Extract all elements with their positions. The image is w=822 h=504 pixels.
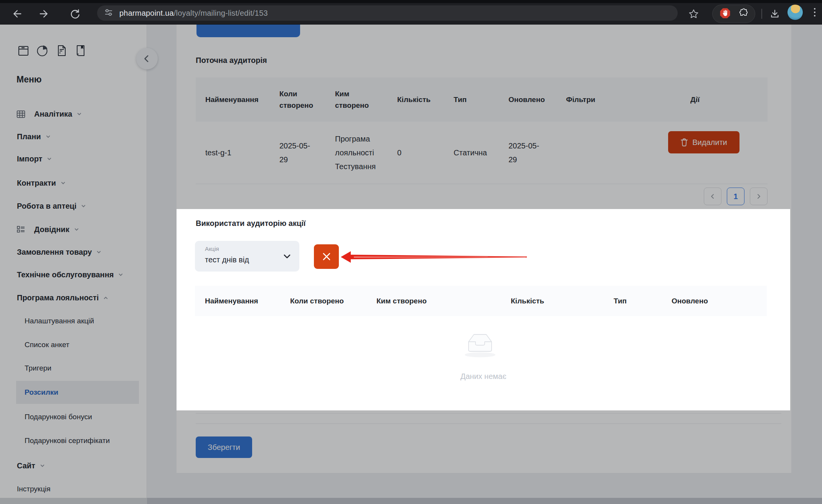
- chevron-right-icon: [755, 193, 762, 200]
- column-header: Коли створено: [280, 297, 366, 305]
- tutorial-arrow: [338, 247, 533, 267]
- scrollbar-track-left: [0, 498, 147, 504]
- pie-chart-icon[interactable]: [36, 44, 49, 59]
- column-header: Оновлено: [499, 94, 556, 105]
- promo-select-value: тест днів від: [205, 255, 249, 264]
- document-icon[interactable]: [56, 44, 68, 59]
- page-number: 1: [733, 192, 738, 201]
- list-icon: [17, 225, 25, 234]
- sidebar-item-label: Плани: [17, 132, 41, 141]
- sidebar-item-instruction[interactable]: Інструкція: [17, 481, 51, 497]
- section-divider: [196, 413, 781, 413]
- next-page-button[interactable]: [750, 188, 768, 205]
- url-bar[interactable]: pharmapoint.ua/loyalty/mailing-list/edit…: [97, 5, 678, 21]
- screen: pharmapoint.ua/loyalty/mailing-list/edit…: [0, 0, 822, 504]
- chevron-down-icon: [118, 272, 124, 278]
- back-icon[interactable]: [10, 7, 23, 20]
- reload-icon[interactable]: [68, 7, 81, 20]
- section-divider: [196, 423, 781, 424]
- column-header: Ким створено: [325, 88, 388, 111]
- avatar[interactable]: [787, 4, 803, 20]
- table-row: test-g-1 2025-05-29 Програма лояльності …: [196, 122, 768, 184]
- sidebar-item-label: Список анкет: [25, 341, 69, 349]
- sidebar-item-gift-bonuses[interactable]: Подарункові бонуси: [25, 409, 92, 425]
- horizontal-scrollbar[interactable]: [0, 498, 822, 504]
- sidebar-collapse-button[interactable]: [136, 48, 158, 69]
- forward-icon[interactable]: [38, 7, 51, 20]
- sidebar-item-site[interactable]: Сайт: [17, 458, 45, 473]
- sidebar-item-label: Імпорт: [17, 155, 42, 163]
- site-info-icon[interactable]: [103, 7, 114, 19]
- sidebar-item-promo-settings[interactable]: Налаштування акцій: [25, 313, 94, 329]
- sidebar-item-plans[interactable]: Плани: [17, 129, 51, 144]
- sidebar-item-maintenance[interactable]: Технічне обслуговування: [17, 267, 124, 282]
- top-partial-button[interactable]: [196, 25, 300, 37]
- sidebar-item-loyalty-program[interactable]: Програма лояльності: [17, 290, 109, 305]
- toolbar-divider: [761, 9, 762, 19]
- sidebar-item-questionnaire-list[interactable]: Список анкет: [25, 337, 69, 352]
- sidebar-item-gift-certificates[interactable]: Подарункові сертифікати: [25, 433, 110, 448]
- sidebar-item-product-orders[interactable]: Замовлення товару: [17, 244, 102, 260]
- sidebar-item-label: Подарункові сертифікати: [25, 436, 110, 445]
- cell-count: 0: [388, 146, 444, 160]
- sidebar-item-directory[interactable]: Довідник: [17, 222, 79, 237]
- window-top-strip: [0, 0, 822, 3]
- sidebar-item-contracts[interactable]: Контракти: [17, 175, 66, 191]
- browser-toolbar: pharmapoint.ua/loyalty/mailing-list/edit…: [0, 0, 822, 25]
- url-path: /loyalty/mailing-list/edit/153: [174, 9, 268, 17]
- chevron-down-icon: [81, 203, 86, 209]
- cell-type: Статична: [444, 146, 499, 160]
- empty-state-text: Даних немає: [177, 372, 790, 381]
- extensions-puzzle-icon[interactable]: [738, 8, 748, 20]
- menu-title: Меню: [17, 74, 42, 85]
- url-domain: pharmapoint.ua: [119, 9, 174, 17]
- column-header: Дії: [681, 94, 768, 105]
- current-audience-table: Найменування Коли створено Ким створено …: [196, 77, 768, 184]
- sidebar-item-analytics[interactable]: Аналітика: [17, 106, 82, 122]
- chevron-down-icon: [76, 111, 82, 117]
- save-button[interactable]: Зберегти: [196, 436, 252, 458]
- chevron-down-icon: [40, 463, 45, 469]
- sidebar-item-label: Програма лояльності: [17, 293, 99, 302]
- sidebar-item-label: Сайт: [17, 461, 35, 470]
- sidebar-item-triggers[interactable]: Тригери: [25, 361, 51, 376]
- column-header: Тип: [604, 297, 662, 305]
- sidebar-item-label: Тригери: [25, 364, 51, 372]
- column-header: Тип: [444, 94, 499, 105]
- column-header: Найменування: [195, 297, 280, 305]
- column-header: Кількість: [388, 94, 444, 105]
- chevron-down-icon: [74, 227, 79, 232]
- column-header: Найменування: [196, 94, 270, 105]
- sidebar-item-label: Замовлення товару: [17, 248, 92, 257]
- sidebar-item-label: Налаштування акцій: [25, 317, 94, 325]
- promo-select-label: Акція: [205, 245, 219, 252]
- delete-button[interactable]: Видалити: [668, 131, 739, 153]
- sidebar-item-label: Інструкція: [17, 485, 51, 493]
- dim-overlay-right: [790, 209, 822, 410]
- sidebar-item-pharmacy-work[interactable]: Робота в аптеці: [17, 198, 86, 214]
- journal-icon[interactable]: [74, 44, 87, 59]
- bookmark-star-icon[interactable]: [687, 7, 700, 20]
- url-text: pharmapoint.ua/loyalty/mailing-list/edit…: [119, 9, 268, 18]
- delete-button-label: Видалити: [692, 138, 727, 147]
- save-button-label: Зберегти: [208, 443, 240, 452]
- page-1-button[interactable]: 1: [727, 188, 744, 205]
- sidebar-item-label: Технічне обслуговування: [17, 270, 114, 279]
- promo-audience-table: Найменування Коли створено Ким створено …: [195, 286, 767, 316]
- promo-select[interactable]: Акція тест днів від: [195, 241, 299, 272]
- clear-selection-button[interactable]: [314, 244, 339, 269]
- archive-box-icon[interactable]: [17, 44, 30, 59]
- prev-page-button[interactable]: [704, 188, 721, 205]
- sidebar-item-import[interactable]: Імпорт: [17, 151, 52, 166]
- cell-created: 2025-05-29: [270, 139, 325, 166]
- table-header-row: Найменування Коли створено Ким створено …: [196, 77, 768, 122]
- adblock-icon[interactable]: [719, 7, 731, 21]
- menu-dots-icon[interactable]: [814, 8, 815, 16]
- download-icon[interactable]: [768, 7, 781, 20]
- chevron-left-icon: [709, 193, 716, 200]
- chevron-down-icon: [60, 180, 66, 186]
- sidebar-item-mailings-active[interactable]: Розсилки: [16, 381, 139, 404]
- close-icon: [322, 252, 332, 262]
- column-header: Оновлено: [662, 297, 767, 305]
- cell-name: test-g-1: [196, 146, 270, 160]
